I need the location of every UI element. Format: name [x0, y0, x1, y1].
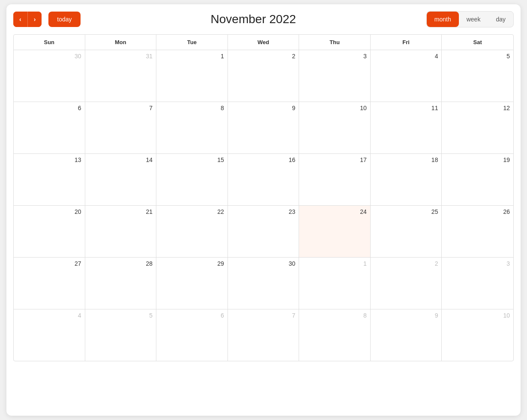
- day-cell-w4-d1[interactable]: 28: [85, 258, 157, 309]
- day-cell-w5-d3[interactable]: 7: [228, 309, 299, 361]
- day-cell-w1-d3[interactable]: 9: [228, 102, 299, 153]
- day-num-w5-d6: 10: [445, 312, 510, 319]
- day-num-w3-d6: 26: [445, 208, 510, 215]
- next-button[interactable]: ›: [28, 12, 42, 27]
- day-num-w0-d3: 2: [231, 53, 296, 60]
- week-row-0: 303112345: [14, 50, 513, 102]
- day-num-w5-d4: 8: [302, 312, 367, 319]
- day-num-w4-d2: 29: [160, 260, 224, 267]
- day-num-w0-d6: 5: [445, 53, 510, 60]
- day-num-w1-d3: 9: [231, 105, 296, 111]
- day-cell-w1-d5[interactable]: 11: [371, 102, 442, 153]
- day-cell-w1-d2[interactable]: 8: [156, 102, 228, 153]
- day-cell-w3-d6[interactable]: 26: [442, 206, 513, 257]
- day-num-w4-d6: 3: [445, 260, 510, 267]
- day-cell-w0-d4[interactable]: 3: [299, 50, 371, 102]
- day-cell-w5-d4[interactable]: 8: [299, 309, 371, 361]
- view-month-button[interactable]: month: [427, 12, 459, 27]
- day-num-w2-d2: 15: [160, 156, 224, 163]
- day-cell-w1-d6[interactable]: 12: [442, 102, 513, 153]
- day-num-w4-d5: 2: [374, 260, 438, 267]
- day-cell-w3-d5[interactable]: 25: [371, 206, 442, 257]
- day-cell-w1-d1[interactable]: 7: [85, 102, 157, 153]
- day-cell-w2-d0[interactable]: 13: [14, 154, 85, 205]
- day-cell-w0-d6[interactable]: 5: [442, 50, 513, 102]
- day-cell-w2-d1[interactable]: 14: [85, 154, 157, 205]
- day-cell-w4-d2[interactable]: 29: [156, 258, 228, 309]
- day-cell-w0-d2[interactable]: 1: [156, 50, 228, 102]
- day-num-w2-d1: 14: [89, 156, 153, 163]
- day-num-w1-d5: 11: [374, 105, 438, 111]
- day-num-w0-d1: 31: [89, 53, 153, 60]
- day-cell-w0-d3[interactable]: 2: [228, 50, 299, 102]
- day-header-mon: Mon: [85, 35, 157, 50]
- day-num-w5-d5: 9: [374, 312, 438, 319]
- day-cell-w3-d0[interactable]: 20: [14, 206, 85, 257]
- day-cell-w2-d6[interactable]: 19: [442, 154, 513, 205]
- day-num-w0-d4: 3: [302, 53, 367, 60]
- day-num-w4-d3: 30: [231, 260, 296, 267]
- day-cell-w4-d4[interactable]: 1: [299, 258, 371, 309]
- day-cell-w0-d5[interactable]: 4: [371, 50, 442, 102]
- view-week-button[interactable]: week: [459, 12, 488, 27]
- view-day-button[interactable]: day: [488, 12, 513, 27]
- day-num-w3-d3: 23: [231, 208, 296, 215]
- day-num-w1-d1: 7: [89, 105, 153, 111]
- day-header-fri: Fri: [371, 35, 442, 50]
- day-cell-w2-d2[interactable]: 15: [156, 154, 228, 205]
- day-cell-w4-d0[interactable]: 27: [14, 258, 85, 309]
- weeks-container: 3031123456789101112131415161718192021222…: [14, 50, 513, 361]
- calendar-title: November 2022: [211, 12, 296, 26]
- day-num-w4-d1: 28: [89, 260, 153, 267]
- day-headers: Sun Mon Tue Wed Thu Fri Sat: [14, 35, 513, 50]
- week-row-4: 27282930123: [14, 258, 513, 309]
- day-num-w1-d0: 6: [17, 105, 81, 111]
- day-cell-w1-d0[interactable]: 6: [14, 102, 85, 153]
- week-row-1: 6789101112: [14, 102, 513, 154]
- day-cell-w5-d5[interactable]: 9: [371, 309, 442, 361]
- week-row-5: 45678910: [14, 309, 513, 361]
- day-cell-w2-d3[interactable]: 16: [228, 154, 299, 205]
- day-cell-w0-d0[interactable]: 30: [14, 50, 85, 102]
- day-cell-w5-d2[interactable]: 6: [156, 309, 228, 361]
- day-cell-w2-d5[interactable]: 18: [371, 154, 442, 205]
- day-num-w5-d0: 4: [17, 312, 81, 319]
- day-header-sun: Sun: [14, 35, 85, 50]
- day-num-w3-d4: 24: [302, 208, 367, 215]
- week-row-3: 20212223242526: [14, 206, 513, 258]
- day-num-w1-d4: 10: [302, 105, 367, 111]
- day-num-w3-d1: 21: [89, 208, 153, 215]
- calendar-header: ‹ › today November 2022 month week day: [13, 11, 514, 27]
- day-num-w0-d5: 4: [374, 53, 438, 60]
- day-num-w5-d3: 7: [231, 312, 296, 319]
- day-num-w1-d2: 8: [160, 105, 224, 111]
- day-num-w3-d2: 22: [160, 208, 224, 215]
- day-num-w2-d4: 17: [302, 156, 367, 163]
- day-cell-w4-d5[interactable]: 2: [371, 258, 442, 309]
- day-header-tue: Tue: [156, 35, 228, 50]
- day-cell-w5-d6[interactable]: 10: [442, 309, 513, 361]
- week-row-2: 13141516171819: [14, 154, 513, 206]
- day-num-w3-d5: 25: [374, 208, 438, 215]
- day-num-w5-d1: 5: [89, 312, 153, 319]
- day-cell-w4-d3[interactable]: 30: [228, 258, 299, 309]
- day-cell-w3-d4[interactable]: 24: [299, 206, 371, 257]
- day-num-w4-d4: 1: [302, 260, 367, 267]
- today-button[interactable]: today: [48, 12, 80, 27]
- prev-button[interactable]: ‹: [13, 12, 27, 27]
- day-cell-w3-d2[interactable]: 22: [156, 206, 228, 257]
- day-cell-w4-d6[interactable]: 3: [442, 258, 513, 309]
- day-cell-w2-d4[interactable]: 17: [299, 154, 371, 205]
- day-cell-w5-d1[interactable]: 5: [85, 309, 157, 361]
- calendar-grid: Sun Mon Tue Wed Thu Fri Sat 303112345678…: [13, 34, 514, 361]
- nav-buttons: ‹ ›: [13, 12, 42, 27]
- day-cell-w0-d1[interactable]: 31: [85, 50, 157, 102]
- view-buttons: month week day: [426, 11, 514, 27]
- day-cell-w5-d0[interactable]: 4: [14, 309, 85, 361]
- day-cell-w3-d1[interactable]: 21: [85, 206, 157, 257]
- day-num-w2-d3: 16: [231, 156, 296, 163]
- day-num-w2-d6: 19: [445, 156, 510, 163]
- day-cell-w1-d4[interactable]: 10: [299, 102, 371, 153]
- day-header-wed: Wed: [228, 35, 299, 50]
- day-cell-w3-d3[interactable]: 23: [228, 206, 299, 257]
